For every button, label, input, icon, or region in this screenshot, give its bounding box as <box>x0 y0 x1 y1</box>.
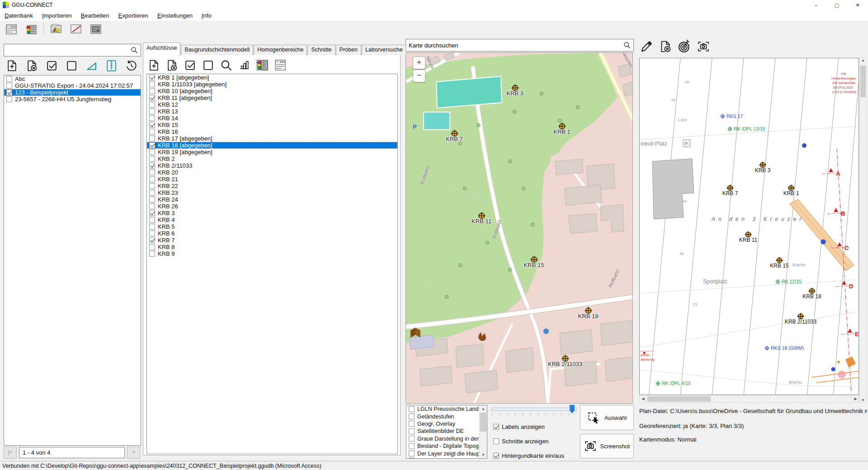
project-list-item[interactable]: Abc <box>4 75 141 82</box>
borehole-building-icon[interactable] <box>22 22 41 38</box>
archive-book-icon[interactable] <box>103 58 119 73</box>
krb-list-item[interactable]: KRB 5 <box>147 223 397 230</box>
krb-checkbox[interactable] <box>149 149 155 155</box>
krb-checkbox[interactable] <box>149 102 155 108</box>
krb-list-item[interactable]: KRB 6 <box>147 230 397 237</box>
slope-triangle-icon[interactable] <box>83 58 99 73</box>
map-zoom-in-button[interactable]: + <box>413 56 425 69</box>
check-all-icon[interactable] <box>182 57 198 73</box>
ggu-table-icon[interactable]: GGU <box>2 22 21 38</box>
screenshot-button[interactable]: Screenshot <box>580 434 634 458</box>
delete-document-icon[interactable] <box>164 57 180 73</box>
slider-thumb[interactable] <box>570 405 575 414</box>
history-icon[interactable] <box>123 58 139 73</box>
layer-item[interactable]: LGLN Preussische Lande <box>406 405 480 413</box>
krb-list-item[interactable]: KRB 17 [abgegeben] <box>147 135 397 142</box>
selection-button[interactable]: Auswahl <box>580 405 634 430</box>
plan-marker[interactable]: KRB 3 <box>759 161 766 170</box>
krb-checkbox[interactable] <box>149 156 155 162</box>
krb-checkbox[interactable] <box>149 136 155 141</box>
slider-track[interactable] <box>491 408 577 411</box>
map-search-input[interactable] <box>406 42 623 49</box>
krb-checkbox[interactable] <box>149 210 155 216</box>
screen-icon[interactable] <box>86 22 105 38</box>
scroll-down-icon[interactable]: ▼ <box>860 398 866 402</box>
layer-item[interactable]: Graue Darstellung in den <box>406 435 480 442</box>
layer-checkbox[interactable] <box>409 436 415 442</box>
map-marker[interactable]: KRB 3 <box>511 84 519 93</box>
krb-checkbox[interactable] <box>149 224 155 230</box>
map-marker[interactable]: KRB 2/11033 <box>561 355 569 364</box>
krb-list-item[interactable]: KRB 12 <box>147 101 397 108</box>
layer-scrollbar[interactable]: ▲ ▼ <box>479 405 487 458</box>
scroll-thumb[interactable] <box>647 396 711 402</box>
krb-checkbox[interactable] <box>149 197 155 202</box>
menu-item[interactable]: Datenbank <box>0 11 38 20</box>
map-zoom-out-button[interactable]: − <box>413 70 425 82</box>
krb-list-item[interactable]: KRB 2/11033 <box>147 162 397 169</box>
tab[interactable]: Baugrundschichtenmodell <box>181 45 253 55</box>
map-marker[interactable]: KRB 18 <box>585 307 592 316</box>
layer-checkbox[interactable] <box>409 428 415 434</box>
project-checkbox[interactable] <box>6 83 12 89</box>
tab[interactable]: Proben <box>336 45 361 55</box>
krb-list-item[interactable]: KRB 7 <box>147 237 397 244</box>
scroll-thumb[interactable] <box>860 66 866 97</box>
krb-list-item[interactable]: KRB 16 <box>147 128 397 135</box>
menu-item[interactable]: Info <box>197 11 216 20</box>
target-icon[interactable] <box>676 39 693 54</box>
krb-list-item[interactable]: KRB 4 <box>147 216 397 223</box>
menu-item[interactable]: Bearbeiten <box>76 11 114 20</box>
krb-list-item[interactable]: KRB 20 <box>147 169 397 176</box>
project-checkbox[interactable] <box>6 89 12 95</box>
close-button[interactable]: ✕ <box>847 0 868 10</box>
krb-checkbox[interactable] <box>149 142 155 148</box>
map-option[interactable]: Hintergundkarte ein/aus <box>491 452 585 459</box>
krb-list-item[interactable]: KRB 26 <box>147 203 397 210</box>
tab[interactable]: Laborversuche <box>362 45 406 55</box>
krb-checkbox[interactable] <box>149 237 155 243</box>
layer-checkbox[interactable] <box>409 443 415 449</box>
map-marker[interactable]: KRB 1 <box>558 122 566 132</box>
layer-item[interactable]: Der Layer zeigt die Haup <box>406 450 480 457</box>
plan-canvas[interactable]: P <box>639 58 859 395</box>
option-checkbox[interactable] <box>493 453 499 459</box>
layer-item[interactable]: NWS <box>406 457 480 459</box>
project-list-item[interactable]: GGU-STRATIG Export - 24.04.2024 17:02:57 <box>4 82 141 89</box>
uncheck-all-icon[interactable] <box>63 58 80 73</box>
menu-item[interactable]: Exportieren <box>114 11 153 20</box>
project-search-input[interactable] <box>4 47 131 54</box>
krb-checkbox[interactable] <box>149 88 155 94</box>
krb-checkbox[interactable] <box>149 244 155 250</box>
krb-list-item[interactable]: KRB 21 <box>147 176 397 183</box>
scroll-up-icon[interactable]: ▲ <box>860 58 866 62</box>
krb-checkbox[interactable] <box>149 217 155 223</box>
add-document-icon[interactable] <box>4 58 20 73</box>
krb-list-item[interactable]: KRB 23 <box>147 189 397 196</box>
plan-marker[interactable]: KRB 11 <box>745 231 752 240</box>
minimize-button[interactable]: – <box>806 0 826 10</box>
first-page-button[interactable]: |< <box>4 446 17 459</box>
layer-item[interactable]: Bestand - Digitale Topog <box>406 442 480 450</box>
krb-checkbox[interactable] <box>149 163 155 169</box>
krb-checkbox[interactable] <box>149 95 155 101</box>
layer-checkbox[interactable] <box>409 406 415 412</box>
krb-list-item[interactable]: KRB 24 <box>147 196 397 203</box>
krb-checkbox[interactable] <box>149 190 155 196</box>
map-canvas[interactable]: P + − RollbahnRollbahnRollbahnNeuruMasur… <box>406 52 633 404</box>
krb-checkbox[interactable] <box>149 169 155 175</box>
tab[interactable]: Homogenbereiche <box>254 45 307 55</box>
edit-pencil-icon[interactable] <box>638 39 655 54</box>
plan-marker[interactable]: KRB 7 <box>726 184 734 193</box>
krb-list-item[interactable]: KRB 2 <box>147 155 397 162</box>
map-marker[interactable]: KRB 11 <box>478 212 486 221</box>
menu-item[interactable]: Importieren <box>38 11 76 20</box>
screenshot-camera-icon[interactable] <box>695 39 712 54</box>
krb-checkbox[interactable] <box>149 122 155 128</box>
project-list-item[interactable]: 123 - Beispielprojekt <box>4 89 141 96</box>
layer-item[interactable]: Satellitenbilder DE <box>406 428 480 435</box>
scroll-thumb[interactable] <box>480 413 486 432</box>
maximize-button[interactable]: ▢ <box>826 0 847 10</box>
plan-marker[interactable]: KRB 1 <box>788 184 795 193</box>
krb-list-item[interactable]: KRB 3 <box>147 210 397 216</box>
